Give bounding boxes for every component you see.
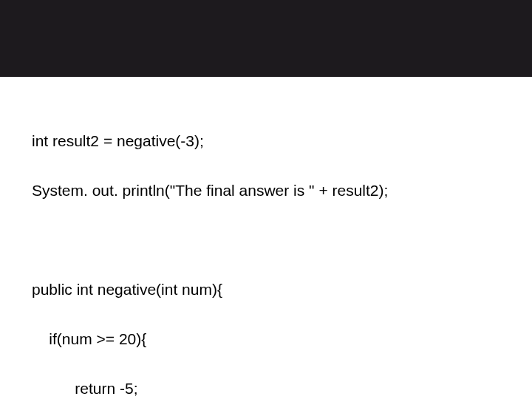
code-block: int result2 = negative(-3); System. out.… bbox=[32, 103, 388, 399]
slide: int result2 = negative(-3); System. out.… bbox=[0, 0, 532, 399]
code-line: public int negative(int num){ bbox=[32, 277, 388, 302]
blank-line bbox=[32, 228, 388, 252]
code-line: int result2 = negative(-3); bbox=[32, 129, 388, 154]
code-line: return -5; bbox=[32, 376, 388, 399]
title-band bbox=[0, 0, 532, 77]
code-line: if(num >= 20){ bbox=[32, 327, 388, 352]
code-line: System. out. println("The final answer i… bbox=[32, 178, 388, 203]
